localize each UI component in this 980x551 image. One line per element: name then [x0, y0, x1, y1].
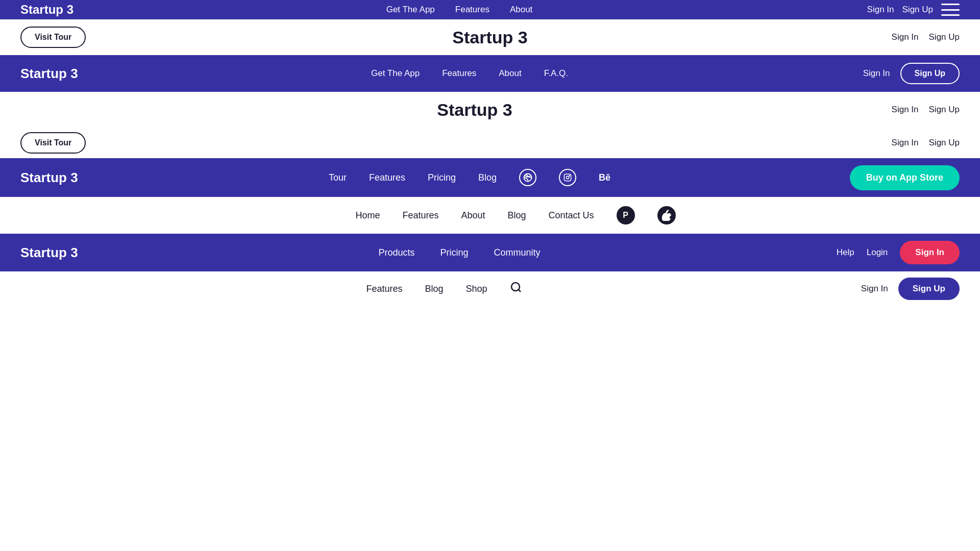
visit-tour-btn-2[interactable]: Visit Tour — [20, 132, 86, 154]
band4-link-shop[interactable]: Shop — [466, 284, 487, 294]
svg-point-4 — [511, 283, 520, 291]
nav2-signup-btn[interactable]: Sign Up — [900, 63, 960, 84]
nav3-link-blog[interactable]: Blog — [478, 172, 497, 183]
nav4-link-community[interactable]: Community — [494, 247, 541, 258]
nav1-link-about[interactable]: About — [510, 5, 532, 15]
band2-signin[interactable]: Sign In — [892, 105, 919, 115]
behance-icon[interactable]: Bē — [599, 172, 610, 183]
band4-signup-btn[interactable]: Sign Up — [898, 278, 960, 300]
svg-point-3 — [569, 176, 570, 176]
nav4-login[interactable]: Login — [867, 247, 888, 258]
nav4-link-products[interactable]: Products — [378, 247, 414, 258]
band3-link-features[interactable]: Features — [402, 210, 438, 221]
nav4-logo[interactable]: Startup 3 — [20, 245, 122, 261]
visit-tour-btn-1[interactable]: Visit Tour — [20, 27, 86, 48]
nav4-link-pricing[interactable]: Pricing — [440, 247, 468, 258]
svg-rect-1 — [564, 174, 571, 181]
nav4-signin-btn[interactable]: Sign In — [900, 241, 960, 264]
band3-link-contact[interactable]: Contact Us — [549, 210, 594, 221]
nav4-help[interactable]: Help — [837, 247, 854, 258]
dribbble-icon[interactable] — [519, 169, 536, 186]
product-hunt-icon[interactable]: P — [617, 206, 635, 224]
nav3-link-tour[interactable]: Tour — [329, 172, 347, 183]
instagram-icon[interactable] — [559, 169, 576, 186]
nav2-link-faq[interactable]: F.A.Q. — [544, 68, 568, 79]
band2b-signup[interactable]: Sign Up — [929, 138, 960, 148]
band2-signup[interactable]: Sign Up — [929, 105, 960, 115]
band2-title: Startup 3 — [437, 100, 512, 120]
nav2-link-about[interactable]: About — [499, 68, 521, 79]
band4-signin[interactable]: Sign In — [861, 284, 888, 294]
search-icon[interactable] — [510, 281, 522, 296]
band4-link-blog[interactable]: Blog — [425, 284, 443, 294]
nav3-link-pricing[interactable]: Pricing — [428, 172, 456, 183]
band3-link-blog[interactable]: Blog — [508, 210, 526, 221]
nav2-link-getapp[interactable]: Get The App — [371, 68, 420, 79]
band3-link-about[interactable]: About — [461, 210, 485, 221]
nav1-link-getapp[interactable]: Get The App — [386, 5, 435, 15]
nav1-signin[interactable]: Sign In — [867, 5, 894, 15]
buy-app-store-btn[interactable]: Buy on App Store — [850, 165, 960, 190]
band1-signin[interactable]: Sign In — [892, 32, 919, 42]
svg-point-2 — [566, 176, 569, 179]
band2b-signin[interactable]: Sign In — [892, 138, 919, 148]
svg-line-5 — [518, 290, 520, 292]
apple-icon[interactable] — [657, 206, 676, 224]
band3-link-home[interactable]: Home — [355, 210, 380, 221]
band4-link-features[interactable]: Features — [366, 284, 402, 294]
nav2-logo[interactable]: Startup 3 — [20, 66, 122, 82]
nav2-link-features[interactable]: Features — [442, 68, 476, 79]
nav2-signin[interactable]: Sign In — [863, 68, 890, 79]
nav1-signup[interactable]: Sign Up — [902, 5, 933, 15]
nav1-link-features[interactable]: Features — [455, 5, 489, 15]
band1-title: Startup 3 — [452, 28, 527, 47]
nav1-toggle-icon[interactable] — [941, 4, 960, 16]
nav3-link-features[interactable]: Features — [369, 172, 405, 183]
band1-signup[interactable]: Sign Up — [929, 32, 960, 42]
nav1-logo[interactable]: Startup 3 — [20, 3, 112, 17]
nav3-logo[interactable]: Startup 3 — [20, 170, 122, 186]
